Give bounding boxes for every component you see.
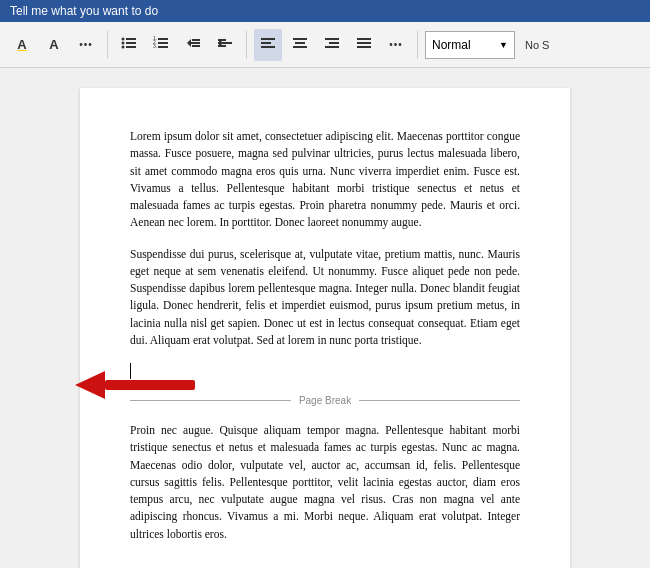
svg-rect-7: [158, 38, 168, 40]
page-break-section: Page Break: [130, 363, 520, 408]
more-commands-button[interactable]: •••: [72, 29, 100, 61]
more2-icon: •••: [389, 39, 403, 50]
more2-button[interactable]: •••: [382, 29, 410, 61]
increase-indent-button[interactable]: [211, 29, 239, 61]
align-left-icon: [260, 35, 276, 54]
page-break-divider: Page Break: [130, 393, 520, 408]
title-text: Tell me what you want to do: [10, 4, 158, 18]
paragraph-1: Lorem ipsum dolor sit amet, consectetuer…: [130, 128, 520, 232]
decrease-indent-button[interactable]: [179, 29, 207, 61]
svg-text:3.: 3.: [153, 43, 157, 49]
ribbon-sep-1: [107, 31, 108, 59]
svg-rect-18: [218, 42, 232, 44]
align-right-button[interactable]: [318, 29, 346, 61]
style-selector[interactable]: Normal ▼: [425, 31, 515, 59]
svg-point-0: [122, 38, 125, 41]
highlight-button[interactable]: A: [40, 29, 68, 61]
numbered-list-icon: 1. 2. 3.: [153, 35, 169, 54]
justify-button[interactable]: [350, 29, 378, 61]
svg-rect-21: [261, 42, 271, 44]
svg-rect-5: [126, 46, 136, 48]
svg-rect-31: [357, 46, 371, 48]
highlight-icon: A: [49, 37, 58, 52]
svg-rect-13: [192, 39, 200, 41]
svg-rect-23: [293, 38, 307, 40]
svg-rect-29: [357, 38, 371, 40]
svg-rect-25: [293, 46, 307, 48]
svg-point-4: [122, 46, 125, 49]
svg-rect-11: [158, 46, 168, 48]
font-color-icon: A: [17, 37, 26, 52]
style-value: Normal: [432, 38, 471, 52]
align-center-icon: [292, 35, 308, 54]
more-commands-icon: •••: [79, 39, 93, 50]
align-left-button[interactable]: [254, 29, 282, 61]
svg-rect-27: [329, 42, 339, 44]
align-right-icon: [324, 35, 340, 54]
svg-rect-20: [261, 38, 275, 40]
ribbon: A A ••• 1. 2. 3.: [0, 22, 650, 68]
title-bar: Tell me what you want to do: [0, 0, 650, 22]
svg-marker-33: [75, 371, 105, 399]
svg-point-2: [122, 42, 125, 45]
svg-rect-14: [190, 42, 200, 44]
numbered-list-button[interactable]: 1. 2. 3.: [147, 29, 175, 61]
document-area: Lorem ipsum dolor sit amet, consectetuer…: [0, 68, 650, 568]
page: Lorem ipsum dolor sit amet, consectetuer…: [80, 88, 570, 568]
align-center-button[interactable]: [286, 29, 314, 61]
no-spacing-label: No S: [519, 39, 549, 51]
svg-rect-24: [295, 42, 305, 44]
ribbon-sep-3: [417, 31, 418, 59]
increase-indent-icon: [217, 35, 233, 54]
svg-rect-19: [218, 45, 226, 47]
style-dropdown-icon: ▼: [499, 40, 508, 50]
svg-rect-28: [325, 46, 339, 48]
svg-rect-3: [126, 42, 136, 44]
svg-rect-17: [218, 39, 226, 41]
svg-rect-32: [105, 380, 195, 390]
svg-rect-1: [126, 38, 136, 40]
page-break-label: Page Break: [291, 393, 359, 408]
svg-rect-9: [158, 42, 168, 44]
svg-rect-26: [325, 38, 339, 40]
decrease-indent-icon: [185, 35, 201, 54]
justify-icon: [356, 35, 372, 54]
bullet-list-icon: [121, 35, 137, 54]
svg-rect-30: [357, 42, 371, 44]
ribbon-sep-2: [246, 31, 247, 59]
svg-rect-15: [192, 45, 200, 47]
paragraph-3: Proin nec augue. Quisque aliquam tempor …: [130, 422, 520, 543]
svg-rect-22: [261, 46, 275, 48]
bullet-list-button[interactable]: [115, 29, 143, 61]
paragraph-2: Suspendisse dui purus, scelerisque at, v…: [130, 246, 520, 350]
font-color-button[interactable]: A: [8, 29, 36, 61]
